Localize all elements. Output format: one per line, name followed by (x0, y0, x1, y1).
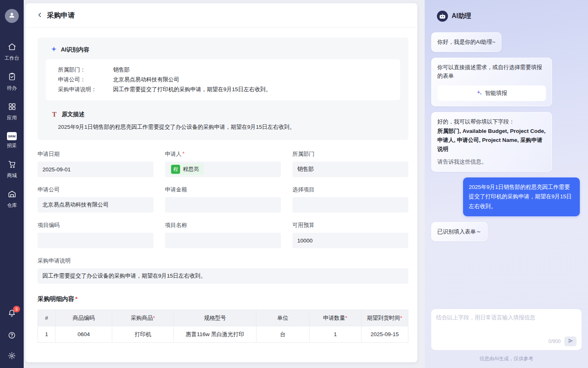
apps-grid-icon (8, 102, 16, 112)
col-index: # (38, 310, 56, 326)
ai-field-value: 销售部 (113, 65, 130, 75)
applicant-input[interactable]: 程 程思亮 (165, 162, 281, 177)
cell-product-code[interactable]: 0604 (56, 326, 112, 343)
ai-assistant-panel: AI助理 你好，我是你的AI助理~ 你可以直接描述需求，或自行选择需要填报的表单… (425, 0, 588, 368)
field-label: 项目名称 (165, 222, 281, 229)
ai-field-label: 采购申请说明： (58, 85, 113, 94)
label-text: 选择项目 (292, 186, 314, 193)
label-text: 申请公司 (38, 186, 60, 193)
cell-expected-date[interactable]: 2025-09-15 (361, 326, 408, 343)
ai-field-label: 申请公司： (58, 75, 113, 85)
amount-input[interactable] (165, 197, 281, 213)
back-button[interactable] (37, 12, 43, 19)
chat-textarea[interactable] (436, 314, 577, 337)
ai-disclaimer: 信息由AI生成，仅供参考 (425, 350, 588, 368)
cell-product[interactable]: 打印机 (112, 326, 174, 343)
chat-input-footer: 0/900 (436, 337, 577, 346)
field-department: 所属部门 (292, 150, 408, 177)
original-text-title: 原文描述 (62, 111, 85, 118)
description-input[interactable]: 因工作需要提交了办公设备的采购申请，期望在9月15日左右收到。 (38, 268, 408, 284)
required-mark: * (183, 150, 185, 158)
purchase-request-card: 采购申请 AI识别内容 所属部门： 销售部 申请公司： (25, 3, 417, 362)
smart-fill-button[interactable]: 智能填报 (437, 85, 546, 101)
field-label: 申请日期 (38, 150, 154, 158)
field-project-code: 项目编码 (38, 222, 154, 248)
ai-recognition-title: AI识别内容 (61, 46, 89, 54)
project-select-input[interactable] (292, 197, 408, 213)
notifications-button[interactable]: 9 (8, 309, 16, 319)
fill-ask: 请告诉我这些信息。 (437, 157, 546, 166)
assistant-message-greeting: 你好，我是你的AI助理~ (431, 32, 501, 52)
col-label: 规格型号 (204, 315, 226, 321)
srm-icon: SRM (7, 132, 17, 140)
applicant-tag[interactable]: 程 程思亮 (170, 164, 204, 175)
col-unit: 单位 (256, 310, 310, 326)
sidebar-item-workbench[interactable]: 工作台 (4, 43, 19, 62)
help-button[interactable] (8, 331, 16, 339)
sidebar-item-label: 招采 (7, 142, 17, 149)
sidebar-item-todo[interactable]: 待办 (7, 72, 17, 92)
field-label: 申请金额 (165, 186, 281, 193)
department-input[interactable] (292, 162, 408, 177)
cell-index[interactable]: 1 (38, 326, 56, 343)
request-date-input[interactable] (38, 162, 154, 177)
cell-quantity[interactable]: 1 (310, 326, 361, 343)
assistant-header: AI助理 (425, 11, 588, 22)
notification-badge: 9 (13, 306, 20, 312)
sidebar-bottom: 9 (8, 309, 16, 362)
bell-icon (8, 312, 16, 319)
request-form: 申请日期 申请人* 程 程思亮 所属部门 (38, 150, 408, 248)
company-input[interactable] (38, 197, 154, 213)
send-button[interactable] (564, 337, 577, 346)
person-icon (8, 11, 16, 20)
available-budget-input[interactable] (292, 233, 408, 248)
card-body: AI识别内容 所属部门： 销售部 申请公司： 北京易点易动科技有限公司 采购申请… (25, 28, 417, 343)
sidebar-item-warehouse[interactable]: 仓库 (7, 190, 17, 209)
chat-input-box: 0/900 (431, 309, 581, 350)
ai-field-row: 申请公司： 北京易点易动科技有限公司 (58, 75, 388, 85)
project-name-input[interactable] (165, 233, 281, 248)
chevron-left-icon (37, 12, 43, 19)
detail-table: # 商品编码 采购商品* 规格型号 单位 申请数量* 期望到货时间* 1 060… (38, 310, 408, 343)
field-label: 所属部门 (292, 150, 408, 158)
field-project-select: 选择项目 (292, 186, 408, 213)
col-label: 单位 (277, 315, 288, 321)
settings-button[interactable] (8, 352, 16, 360)
col-spec: 规格型号 (174, 310, 256, 326)
user-avatar[interactable] (5, 9, 19, 23)
original-text-header: T 原文描述 (46, 111, 400, 118)
field-label: 项目编码 (38, 222, 154, 229)
project-code-input[interactable] (38, 233, 154, 248)
ai-recognition-header: AI识别内容 (46, 46, 400, 54)
sidebar-item-label: 工作台 (4, 55, 19, 62)
sidebar-item-apps[interactable]: 应用 (7, 102, 17, 121)
sidebar-item-procurement[interactable]: SRM 招采 (7, 132, 17, 149)
col-label: 申请数量 (323, 315, 345, 321)
detail-title-text: 采购明细内容 (38, 295, 74, 303)
sidebar-item-label: 待办 (7, 85, 17, 92)
table-header-row: # 商品编码 采购商品* 规格型号 单位 申请数量* 期望到货时间* (38, 310, 408, 326)
cell-spec[interactable]: 惠普116w 黑白激光打印 (174, 326, 256, 343)
label-text: 可用预算 (292, 222, 314, 229)
send-plane-icon (568, 338, 573, 345)
field-label: 申请人* (165, 150, 281, 158)
field-label: 申请公司 (38, 186, 154, 193)
sidebar-item-mall[interactable]: 商城 (7, 160, 17, 179)
ai-field-row: 所属部门： 销售部 (58, 65, 388, 75)
warehouse-icon (8, 190, 16, 200)
chat-area: 你好，我是你的AI助理~ 你可以直接描述需求，或自行选择需要填报的表单 智能填报… (425, 22, 588, 303)
label-text: 申请金额 (165, 186, 187, 193)
field-label: 可用预算 (292, 222, 408, 229)
label-text: 项目编码 (38, 222, 60, 229)
app-sidebar: 工作台 待办 应用 SRM 招采 商城 仓库 (0, 0, 24, 368)
applicant-avatar: 程 (171, 165, 180, 174)
assistant-message-fields: 好的，我可以帮你填以下字段： 所属部门, Available Budget, P… (431, 112, 552, 172)
ai-field-row: 采购申请说明： 因工作需要提交了打印机的采购申请，期望在9月15日左右收到。 (58, 85, 388, 94)
workbench-icon (8, 43, 16, 53)
label-text: 申请日期 (38, 150, 60, 158)
cart-icon (8, 160, 16, 170)
table-row[interactable]: 1 0604 打印机 惠普116w 黑白激光打印 台 1 2025-09-15 (38, 326, 408, 343)
page-title: 采购申请 (47, 11, 75, 20)
cell-unit[interactable]: 台 (256, 326, 310, 343)
ai-field-label: 所属部门： (58, 65, 113, 75)
